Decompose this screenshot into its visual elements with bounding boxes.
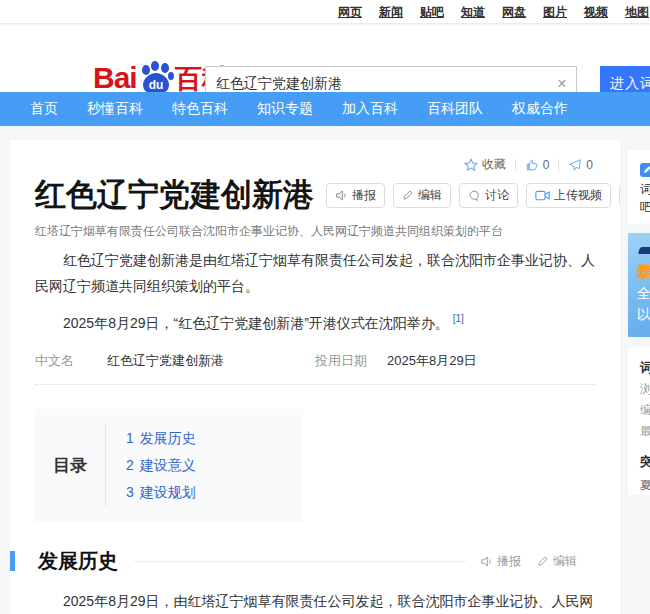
info-label: 投用日期 [315,352,387,370]
banner-text-1: 攀 [637,261,650,283]
divider [558,159,559,171]
star-icon [464,158,478,172]
share-button[interactable]: 0 [568,158,593,172]
promo-banner[interactable]: 攀 全 以 [628,233,650,337]
toc-item-significance[interactable]: 2建设意义 [126,452,196,479]
lead-paragraph: 2025年8月29日，“红色辽宁党建创新港”开港仪式在沈阳举办。 [1] [35,306,595,336]
lead-paragraphs: 红色辽宁党建创新港是由红塔辽宁烟草有限责任公司发起，联合沈阳市企事业记协、人民网… [35,247,595,336]
add-button[interactable]: + [619,184,620,207]
section-edit-button[interactable]: 编辑 [537,553,577,570]
toc-title: 目录 [35,454,105,477]
top-nav: 网页 新闻 贴吧 知道 网盘 图片 视频 地图 文库 [338,0,650,24]
broadcast-label: 播报 [497,553,521,570]
table-of-contents: 目录 1发展历史 2建设意义 3建设规划 [35,409,303,522]
contributor-name[interactable]: 夏莫 [640,477,650,494]
favorite-button[interactable]: 收藏 [464,156,506,173]
speaker-icon [335,189,348,202]
discuss-button[interactable]: 讨论 [459,183,518,208]
discuss-label: 讨论 [485,187,509,204]
upload-video-button[interactable]: 上传视频 [526,183,611,208]
toc-item-planning[interactable]: 3建设规划 [126,479,196,506]
right-sidebar: 词条 吧! 攀 全 以 词条 浏览 编辑 最近 突出 夏莫 [628,150,650,495]
top-nav-video[interactable]: 视频 [584,4,608,21]
banner-decoration [638,247,650,254]
stats-row-edits: 编辑 [640,402,650,419]
nav-home[interactable]: 首页 [30,100,58,118]
entry-summary: 红塔辽宁烟草有限责任公司联合沈阳市企事业记协、人民网辽宁频道共同组织策划的平台 [35,223,595,240]
section-marker [10,551,15,571]
section-title: 发展历史 [38,548,118,575]
info-row-launch-date: 投用日期 2025年8月29日 [315,352,595,370]
title-row: 红色辽宁党建创新港 播报 编辑 讨论 [35,177,595,213]
baidu-paw-icon: du [138,61,174,95]
nav-join[interactable]: 加入百科 [342,100,398,118]
like-button[interactable]: 0 [525,158,550,172]
nav-knowledge-topics[interactable]: 知识专题 [257,100,313,118]
stats-heading: 词条 [640,359,650,377]
top-nav-images[interactable]: 图片 [543,4,567,21]
top-nav-zhidao[interactable]: 知道 [461,4,485,21]
toc-number: 3 [126,484,134,500]
edit-prompt-card[interactable]: 词条 吧! [628,150,650,224]
toc-number: 1 [126,430,134,446]
share-count: 0 [586,158,593,172]
section-text: 2025年8月29日，由红塔辽宁烟草有限责任公司发起，联合沈阳市企事业记协、人民… [35,593,594,614]
upload-video-label: 上传视频 [554,187,602,204]
info-label: 中文名 [35,352,107,370]
pencil-icon [537,555,549,567]
banner-text-3: 以 [637,304,650,325]
share-icon [568,158,582,172]
edit-square-icon [640,163,650,177]
nav-miaodong[interactable]: 秒懂百科 [87,100,143,118]
speaker-icon [480,555,493,568]
top-nav-webpage[interactable]: 网页 [338,4,362,21]
lead-paragraph: 红色辽宁党建创新港是由红塔辽宁烟草有限责任公司发起，联合沈阳市企事业记协、人民网… [35,247,595,299]
section-history: 发展历史 播报 编辑 2025年8月29日，由红塔辽宁烟草有限责任公司发起，联合… [35,548,595,614]
banner-text-2: 全 [637,283,650,304]
thumbs-up-icon [525,158,539,172]
main-nav-bar: 首页 秒懂百科 特色百科 知识专题 加入百科 百科团队 权威合作 [0,92,650,126]
article-card: 收藏 0 0 红色辽宁党建创新港 播报 [10,140,620,614]
nav-team[interactable]: 百科团队 [427,100,483,118]
edit-prompt-line1: 词条 [640,180,650,198]
edit-button[interactable]: 编辑 [393,183,451,208]
section-header: 发展历史 播报 编辑 [35,548,595,575]
page-title: 红色辽宁党建创新港 [35,177,314,213]
stats-row-recent: 最近 [640,423,650,440]
toc-label: 建设意义 [140,457,196,473]
top-nav-netdisk[interactable]: 网盘 [502,4,526,21]
top-utility-bar: 网页 新闻 贴吧 知道 网盘 图片 视频 地图 文库 [0,0,650,24]
toc-item-history[interactable]: 1发展历史 [126,425,196,452]
favorite-label: 收藏 [482,156,506,173]
toc-number: 2 [126,457,134,473]
toc-label: 建设规划 [140,484,196,500]
toc-list: 1发展历史 2建设意义 3建设规划 [105,425,196,506]
basic-info-box: 中文名 红色辽宁党建创新港 投用日期 2025年8月29日 [35,352,595,385]
contributors-heading: 突出 [640,453,650,471]
nav-authority[interactable]: 权威合作 [512,100,568,118]
broadcast-button[interactable]: 播报 [326,183,385,208]
top-actions-row: 收藏 0 0 [35,156,595,173]
lead-paragraph-text: 2025年8月29日，“红色辽宁党建创新港”开港仪式在沈阳举办。 [63,315,449,331]
chat-icon [468,189,481,202]
top-nav-news[interactable]: 新闻 [379,4,403,21]
info-row-chinese-name: 中文名 红色辽宁党建创新港 [35,352,315,370]
header-bar: Bai du 百科 × 进入词条 [0,25,650,92]
info-value: 红色辽宁党建创新港 [107,352,224,370]
reference-link[interactable]: [1] [453,313,464,324]
section-broadcast-button[interactable]: 播报 [480,553,521,570]
like-count: 0 [543,158,550,172]
section-body: 2025年8月29日，由红塔辽宁烟草有限责任公司发起，联合沈阳市企事业记协、人民… [35,588,595,614]
broadcast-label: 播报 [352,187,376,204]
info-value: 2025年8月29日 [387,352,477,370]
top-nav-tieba[interactable]: 贴吧 [420,4,444,21]
search-clear-icon[interactable]: × [552,74,572,94]
edit-label: 编辑 [553,553,577,570]
toc-label: 发展历史 [140,430,196,446]
nav-featured[interactable]: 特色百科 [172,100,228,118]
top-nav-maps[interactable]: 地图 [625,4,649,21]
entry-stats-card: 词条 浏览 编辑 最近 突出 夏莫 [628,347,650,495]
logo-bai-text: Bai [93,63,137,93]
section-actions: 播报 编辑 [480,553,595,570]
section-divider-line [134,561,466,562]
